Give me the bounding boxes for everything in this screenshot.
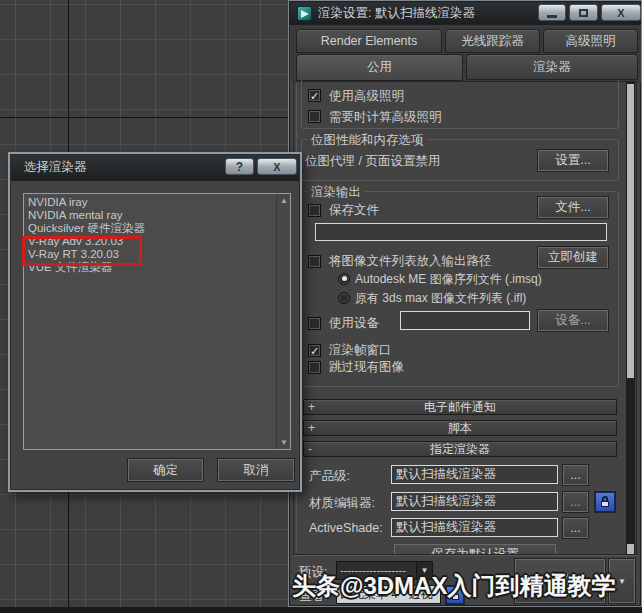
save-file-label[interactable]: 保存文件 (329, 202, 379, 219)
button-label: 确定 (153, 462, 178, 479)
legacy-ifl-radio[interactable] (338, 292, 350, 304)
use-advanced-lighting-checkbox[interactable]: ✓ (308, 89, 321, 102)
scroll-down-icon[interactable]: ▼ (277, 436, 291, 449)
activeshade-more-button[interactable]: ... (563, 518, 588, 538)
radio-dot-icon (342, 276, 347, 281)
window-title: 渲染设置: 默认扫描线渲染器 (318, 2, 475, 25)
tab-advanced-lighting[interactable]: 高级照明 (543, 29, 638, 53)
autodesk-me-radio-label[interactable]: Autodesk ME 图像序列文件 (.imsq) (355, 271, 542, 288)
use-advanced-lighting-label[interactable]: 使用高级照明 (329, 88, 404, 105)
skip-existing-label[interactable]: 跳过现有图像 (329, 359, 404, 376)
plus-icon: + (308, 400, 315, 414)
close-icon: X (273, 161, 280, 173)
plus-icon: + (308, 421, 315, 435)
dialog-close-button[interactable]: X (257, 158, 297, 175)
dialog-title: 选择渲染器 (24, 155, 87, 180)
list-scrollbar[interactable]: ▲ ▼ (276, 194, 290, 449)
device-field[interactable] (400, 311, 530, 330)
panel-scrollbar-thumb[interactable] (627, 84, 634, 378)
production-more-button[interactable]: ... (563, 465, 588, 485)
autodesk-me-radio[interactable] (338, 273, 350, 285)
legacy-ifl-radio-label[interactable]: 原有 3ds max 图像文件列表 (.ifl) (355, 290, 526, 307)
material-editor-lock-button[interactable] (595, 492, 615, 512)
image-file-list-label[interactable]: 将图像文件列表放入输出路径 (329, 253, 492, 270)
tab-renderer[interactable]: 渲染器 (466, 54, 638, 80)
material-editor-renderer-field: 默认扫描线渲染器 (391, 492, 558, 511)
help-icon: ? (236, 160, 243, 174)
image-file-list-checkbox[interactable] (308, 255, 321, 268)
checkmark-icon: ✓ (309, 90, 320, 102)
tab-raytracer[interactable]: 光线跟踪器 (445, 29, 540, 53)
button-label: 设备... (555, 312, 590, 329)
material-editor-label: 材质编辑器: (309, 495, 375, 512)
render-frame-window-label[interactable]: 渲染帧窗口 (329, 342, 392, 359)
tab-common[interactable]: 公用 (296, 54, 463, 81)
cancel-button[interactable]: 取消 (218, 459, 294, 481)
render-frame-window-checkbox[interactable]: ✓ (308, 344, 321, 357)
files-button[interactable]: 文件... (538, 197, 608, 218)
skip-existing-checkbox[interactable] (308, 361, 321, 374)
scroll-up-icon[interactable]: ▲ (277, 194, 291, 207)
tab-label: 公用 (367, 59, 392, 76)
rollout-title: 指定渲染器 (430, 442, 490, 456)
3ds-max-logo-icon (297, 6, 312, 21)
red-highlight-annotation (22, 236, 142, 266)
viewport-bottom-edge (0, 607, 642, 613)
close-icon: X (617, 7, 624, 19)
render-output-group-title: 渲染输出 (307, 184, 365, 201)
lock-icon-body (601, 501, 609, 507)
rollout-email-notifications[interactable]: + 电子邮件通知 (303, 399, 617, 415)
minimize-button[interactable] (538, 4, 566, 21)
bitmap-setup-button[interactable]: 设置... (538, 150, 608, 171)
checkmark-icon: ✓ (309, 345, 320, 357)
button-label: 文件... (555, 199, 590, 216)
create-now-button[interactable]: 立即创建 (538, 247, 608, 268)
list-item[interactable]: Quicksilver 硬件渲染器 (24, 222, 290, 235)
minus-icon: - (308, 442, 312, 456)
bitmap-performance-group-title: 位图性能和内存选项 (307, 132, 428, 149)
watermark-text: 头条@3DMAX入门到精通教学 (292, 570, 642, 602)
ok-button[interactable]: 确定 (128, 459, 203, 481)
minimize-icon (547, 15, 557, 18)
close-button[interactable]: X (601, 4, 641, 21)
save-file-checkbox[interactable] (308, 204, 321, 217)
use-device-label[interactable]: 使用设备 (329, 315, 379, 332)
render-settings-window: 渲染设置: 默认扫描线渲染器 X Render Elements 光线跟踪器 高… (288, 0, 642, 607)
tab-label: Render Elements (321, 34, 418, 48)
material-editor-more-button[interactable]: ... (563, 492, 588, 512)
bitmap-proxy-status: 位图代理 / 页面设置禁用 (305, 153, 440, 170)
compute-advanced-lighting-label[interactable]: 需要时计算高级照明 (329, 109, 442, 126)
production-label: 产品级: (309, 468, 350, 485)
rollout-title: 脚本 (448, 421, 472, 435)
rollout-title: 电子邮件通知 (424, 400, 496, 414)
device-button[interactable]: 设备... (538, 310, 608, 331)
production-renderer-field: 默认扫描线渲染器 (391, 465, 558, 484)
dialog-help-button[interactable]: ? (225, 158, 254, 175)
list-item[interactable]: NVIDIA mental ray (24, 209, 290, 222)
rollout-assign-renderer[interactable]: - 指定渲染器 (303, 441, 617, 457)
choose-renderer-titlebar[interactable]: 选择渲染器 (11, 155, 299, 181)
choose-renderer-dialog: 选择渲染器 ? X NVIDIA iray NVIDIA mental ray … (8, 152, 302, 492)
tab-label: 渲染器 (533, 59, 571, 76)
button-label: 设置... (555, 152, 590, 169)
maximize-button[interactable] (569, 4, 598, 21)
footer-separator (291, 554, 639, 556)
button-label: ... (570, 521, 580, 535)
save-default-button-clip: 保存为默认设置 (394, 544, 556, 554)
activeshade-label: ActiveShade: (309, 521, 383, 535)
save-default-button[interactable]: 保存为默认设置 (394, 544, 556, 554)
use-device-checkbox[interactable] (308, 317, 321, 330)
list-item[interactable]: NVIDIA iray (24, 196, 290, 209)
tab-label: 高级照明 (566, 33, 616, 50)
button-label: ... (570, 468, 580, 482)
button-label: 保存为默认设置 (431, 546, 519, 554)
button-label: 取消 (244, 462, 269, 479)
maximize-icon (579, 9, 588, 17)
rollout-scripts[interactable]: + 脚本 (303, 420, 617, 436)
compute-advanced-lighting-checkbox[interactable] (308, 110, 321, 123)
button-label: 立即创建 (548, 249, 598, 266)
tab-render-elements[interactable]: Render Elements (296, 29, 442, 53)
tab-label: 光线跟踪器 (461, 33, 524, 50)
output-path-field[interactable] (315, 223, 607, 241)
renderer-list: NVIDIA iray NVIDIA mental ray Quicksilve… (23, 193, 291, 450)
